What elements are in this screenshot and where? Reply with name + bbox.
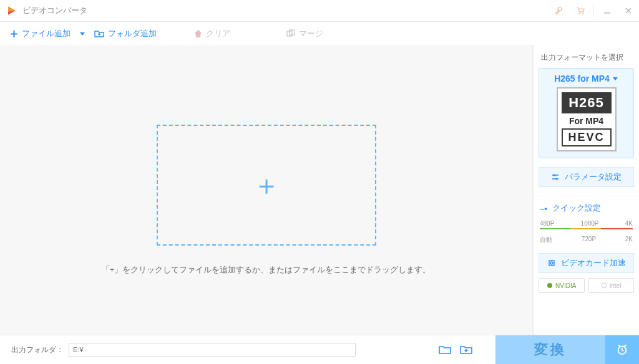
clear-button[interactable]: クリア bbox=[188, 22, 237, 46]
merge-icon bbox=[286, 29, 295, 38]
convert-button[interactable]: 変換 bbox=[495, 335, 605, 364]
gpu-vendors: NVIDIA intel bbox=[539, 278, 634, 293]
add-folder-footer-button[interactable] bbox=[456, 339, 477, 360]
q-auto: 自動 bbox=[540, 236, 552, 244]
cart-icon[interactable] bbox=[570, 0, 591, 21]
add-file-button[interactable]: ファイル追加 bbox=[4, 22, 77, 46]
q-720p: 720P bbox=[582, 236, 596, 244]
svg-point-1 bbox=[582, 13, 583, 14]
close-button[interactable] bbox=[618, 0, 639, 21]
quality-row-top: 480P 1080P 4K bbox=[539, 220, 634, 227]
schedule-button[interactable] bbox=[605, 335, 639, 364]
svg-rect-2 bbox=[604, 12, 610, 14]
side-title: 出力フォーマットを選択 bbox=[541, 52, 634, 63]
merge-label: マージ bbox=[299, 28, 323, 39]
merge-button[interactable]: マージ bbox=[280, 22, 329, 46]
q-4k: 4K bbox=[625, 220, 633, 227]
svg-point-10 bbox=[602, 283, 607, 288]
side-panel: 出力フォーマットを選択 H265 for MP4 H265 For MP4 HE… bbox=[532, 45, 639, 335]
svg-point-5 bbox=[553, 174, 555, 176]
key-icon[interactable] bbox=[549, 0, 570, 21]
add-file-label: ファイル追加 bbox=[22, 28, 71, 39]
trash-icon bbox=[194, 29, 202, 38]
format-badge-hevc: HEVC bbox=[562, 128, 612, 146]
quick-settings-label: クイック設定 bbox=[552, 203, 601, 214]
dropzone[interactable]: ＋ bbox=[157, 125, 376, 246]
output-folder-label: 出力フォルダ： bbox=[11, 345, 64, 355]
parameter-settings-label: パラメータ設定 bbox=[565, 171, 622, 183]
format-card[interactable]: H265 for MP4 H265 For MP4 HEVC bbox=[539, 68, 634, 158]
clear-label: クリア bbox=[206, 28, 230, 39]
dropzone-hint: 「+」をクリックしてファイルを追加するか、またはファイルをここまでドラッグします… bbox=[102, 264, 431, 275]
nvidia-tag[interactable]: NVIDIA bbox=[539, 278, 585, 293]
q-1080p: 1080P bbox=[581, 220, 599, 227]
chevron-down-icon bbox=[612, 74, 618, 84]
add-folder-label: フォルダ追加 bbox=[108, 28, 157, 39]
stage: ＋ 「+」をクリックしてファイルを追加するか、またはファイルをここまでドラッグし… bbox=[0, 45, 532, 335]
bullet-icon: –• bbox=[540, 204, 547, 213]
format-badge-for: For MP4 bbox=[558, 115, 615, 128]
format-badge: H265 For MP4 HEVC bbox=[557, 87, 617, 151]
gpu-accel-label: ビデオカード加速 bbox=[561, 257, 626, 269]
quality-row-bottom: 自動 720P 2K bbox=[539, 236, 634, 244]
footer: 出力フォルダ： E:¥ 変換 bbox=[0, 335, 639, 364]
svg-point-6 bbox=[555, 178, 557, 180]
quality-slider[interactable] bbox=[540, 228, 633, 229]
svg-point-8 bbox=[550, 262, 553, 264]
toolbar: ファイル追加 フォルダ追加 クリア マージ bbox=[0, 22, 639, 46]
quick-settings-header: –• クイック設定 bbox=[540, 203, 634, 214]
dropzone-plus-icon: ＋ bbox=[253, 167, 280, 204]
gpu-accel-button[interactable]: ビデオカード加速 bbox=[539, 253, 634, 273]
output-folder-input[interactable]: E:¥ bbox=[69, 343, 356, 357]
app-logo-icon bbox=[6, 5, 17, 16]
svg-rect-7 bbox=[549, 261, 554, 266]
open-folder-button[interactable] bbox=[434, 339, 456, 360]
plus-icon bbox=[10, 30, 18, 38]
sliders-icon bbox=[551, 173, 560, 181]
format-name: H265 for MP4 bbox=[554, 74, 610, 84]
svg-point-0 bbox=[579, 13, 580, 14]
q-2k: 2K bbox=[625, 236, 633, 244]
add-file-dropdown[interactable] bbox=[77, 31, 88, 37]
format-badge-main: H265 bbox=[562, 92, 612, 113]
add-folder-button[interactable]: フォルダ追加 bbox=[88, 22, 163, 46]
intel-tag[interactable]: intel bbox=[588, 278, 635, 293]
app-title: ビデオコンバータ bbox=[22, 5, 87, 16]
body: ＋ 「+」をクリックしてファイルを追加するか、またはファイルをここまでドラッグし… bbox=[0, 45, 639, 335]
format-selector[interactable]: H265 for MP4 bbox=[543, 72, 630, 87]
folder-plus-icon bbox=[94, 29, 104, 38]
minimize-button[interactable] bbox=[597, 0, 618, 21]
chip-icon bbox=[547, 259, 556, 267]
parameter-settings-button[interactable]: パラメータ設定 bbox=[539, 167, 634, 187]
titlebar: ビデオコンバータ bbox=[0, 0, 639, 22]
svg-point-9 bbox=[547, 283, 552, 288]
q-480p: 480P bbox=[540, 220, 554, 227]
